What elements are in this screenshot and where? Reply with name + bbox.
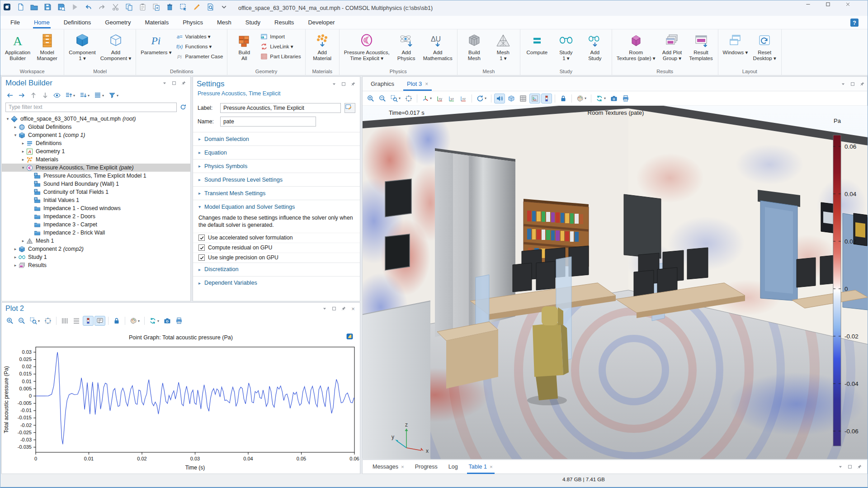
model-manager-button[interactable]: Model Manager bbox=[33, 32, 61, 63]
colorbar-toggle-button[interactable] bbox=[83, 316, 94, 326]
sound-button[interactable] bbox=[494, 94, 505, 103]
x-grid-button[interactable] bbox=[59, 316, 70, 326]
add-math-button[interactable]: ΔUAdd Mathematics bbox=[421, 32, 455, 63]
tree-chevron-icon[interactable]: ▸ bbox=[12, 263, 19, 267]
panel-menu-down-button[interactable] bbox=[331, 81, 337, 87]
expand-list-button[interactable]: ▾ bbox=[63, 90, 77, 100]
comsol-logo-button[interactable] bbox=[3, 3, 15, 13]
rename-button[interactable] bbox=[344, 103, 355, 113]
view-xy-button[interactable]: xy bbox=[434, 94, 445, 103]
tree-node[interactable]: ▸Mesh 1 bbox=[2, 237, 190, 245]
compute-button[interactable]: Compute bbox=[523, 32, 552, 57]
panel-menu-down-button[interactable] bbox=[161, 80, 168, 86]
panel-pin-button[interactable] bbox=[340, 305, 347, 312]
windows-layout-button[interactable]: Windows ▾ bbox=[721, 32, 750, 57]
caret-down-button[interactable] bbox=[220, 3, 232, 13]
graphics-tab-graphics[interactable]: Graphics bbox=[364, 77, 401, 91]
panel-close-button[interactable]: × bbox=[350, 305, 356, 312]
add-component-button[interactable]: Add Component ▾ bbox=[98, 32, 133, 63]
tree-node[interactable]: Impedance 3 - Carpet bbox=[2, 221, 190, 229]
bottom-tab-messages[interactable]: Messages× bbox=[367, 460, 410, 474]
arrow-right-button[interactable] bbox=[16, 90, 27, 100]
undo-button[interactable] bbox=[85, 3, 96, 13]
panel-pin-button[interactable] bbox=[856, 464, 863, 470]
zoom-out-button[interactable] bbox=[377, 94, 388, 103]
zoom-in-button[interactable] bbox=[5, 316, 15, 326]
arrow-up-button[interactable] bbox=[28, 90, 39, 100]
delete-button[interactable] bbox=[166, 3, 178, 13]
checkbox-compute-residual-on-gpu[interactable]: Compute residual on GPU bbox=[193, 243, 360, 253]
parameters-button[interactable]: PiParameters ▾ bbox=[138, 32, 174, 57]
palette-button[interactable]: ▾ bbox=[128, 316, 142, 326]
arrow-down-button[interactable] bbox=[40, 90, 51, 100]
redo-button[interactable] bbox=[98, 3, 110, 13]
filter-funnel-button[interactable]: ▾ bbox=[107, 90, 120, 100]
checkbox-use-accelerated-solver-formulation[interactable]: Use accelerated solver formulation bbox=[193, 233, 360, 243]
menu-results[interactable]: Results bbox=[274, 17, 295, 28]
tree-node[interactable]: DContinuity of Total Fields 1 bbox=[2, 188, 190, 196]
view-yz-button[interactable]: yz bbox=[446, 94, 457, 103]
settings-section-domain-selection[interactable]: ▸Domain Selection bbox=[193, 132, 360, 145]
minimize-button[interactable] bbox=[805, 1, 825, 15]
settings-section-dependent-variables[interactable]: ▸Dependent Variables bbox=[193, 277, 360, 290]
arrow-left-button[interactable] bbox=[5, 90, 15, 100]
sync-button[interactable]: ▾ bbox=[594, 94, 608, 103]
build-mesh-button[interactable]: Build Mesh bbox=[460, 32, 489, 63]
maximize-button[interactable] bbox=[825, 1, 845, 15]
find-doc-button[interactable] bbox=[207, 3, 218, 13]
add-study-button[interactable]: Add Study bbox=[580, 32, 609, 63]
tree-chevron-icon[interactable]: ▸ bbox=[20, 149, 26, 154]
mesh-button[interactable]: Mesh 1 ▾ bbox=[489, 32, 518, 63]
graphics-tab-plot-3[interactable]: Plot 3× bbox=[401, 77, 434, 91]
livelink-button[interactable]: LiveLink ▾ bbox=[260, 42, 301, 51]
panel-menu-down-button[interactable] bbox=[321, 305, 328, 312]
rotate-button[interactable]: ▾ bbox=[475, 94, 488, 103]
study-button[interactable]: Study 1 ▾ bbox=[552, 32, 580, 63]
sync-button[interactable]: ▾ bbox=[147, 316, 161, 326]
select-box-button[interactable] bbox=[179, 3, 191, 13]
print-button[interactable] bbox=[620, 94, 631, 103]
tree-chevron-icon[interactable]: ▸ bbox=[12, 247, 19, 251]
paste-button[interactable] bbox=[139, 3, 151, 13]
tree-chevron-icon[interactable]: ▸ bbox=[20, 157, 26, 162]
panel-menu-down-button[interactable] bbox=[837, 464, 844, 470]
run-button[interactable] bbox=[71, 3, 83, 13]
camera-button[interactable] bbox=[609, 94, 619, 103]
panel-menu-down-button[interactable] bbox=[840, 81, 846, 87]
import-button[interactable]: Import bbox=[260, 33, 301, 41]
room-textures-button[interactable]: Room Textures (pate) ▾ bbox=[614, 32, 658, 63]
zoom-box-button[interactable]: ▾ bbox=[28, 316, 42, 326]
tree-node[interactable]: ▸AGeometry 1 bbox=[2, 147, 190, 155]
acoustics-button[interactable]: Pressure Acoustics, Time Explicit ▾ bbox=[342, 32, 392, 63]
menu-file[interactable]: File bbox=[9, 17, 21, 28]
go-to-view-button[interactable]: ▾ bbox=[420, 94, 434, 103]
panel-float-button[interactable] bbox=[331, 305, 337, 312]
palette-button[interactable]: ▾ bbox=[575, 94, 588, 103]
tree-chevron-icon[interactable]: ▾ bbox=[12, 133, 19, 137]
grid-button[interactable] bbox=[518, 94, 528, 103]
lock-button[interactable] bbox=[111, 316, 122, 326]
tree-node[interactable]: ▸Definitions bbox=[2, 139, 190, 147]
functions-button[interactable]: f(x)Functions ▾ bbox=[176, 42, 223, 51]
tree-node[interactable]: Impedance 2 - Doors bbox=[2, 212, 190, 221]
settings-section-discretization[interactable]: ▸Discretization bbox=[193, 263, 360, 276]
show-eye-button[interactable] bbox=[52, 90, 62, 100]
add-material-button[interactable]: Add Material bbox=[308, 32, 337, 63]
zoom-in-button[interactable] bbox=[365, 94, 376, 103]
tab-close-icon[interactable]: × bbox=[425, 81, 428, 87]
refresh-icon[interactable] bbox=[179, 103, 187, 111]
panel-float-button[interactable] bbox=[171, 80, 177, 86]
cut-button[interactable] bbox=[112, 3, 123, 13]
panel-float-button[interactable] bbox=[849, 81, 856, 87]
copy-button[interactable] bbox=[125, 3, 137, 13]
tree-node[interactable]: ▾office_space_63_30T0_N4_ma_out.mph(root… bbox=[2, 115, 190, 123]
result-templates-button[interactable]: Result Templates bbox=[687, 32, 716, 63]
tree-chevron-icon[interactable]: ▸ bbox=[20, 239, 26, 243]
duplicate-button[interactable] bbox=[152, 3, 164, 13]
zoom-extents-button[interactable] bbox=[403, 94, 414, 103]
marker-button[interactable] bbox=[193, 3, 205, 13]
tree-node[interactable]: ▸Study 1 bbox=[2, 253, 190, 261]
point-graph-chart[interactable]: 00.010.020.030.040.050.060.030.0250.020.… bbox=[2, 327, 361, 474]
component-button[interactable]: Component 1 ▾ bbox=[66, 32, 98, 63]
annotation-button[interactable] bbox=[94, 316, 105, 326]
